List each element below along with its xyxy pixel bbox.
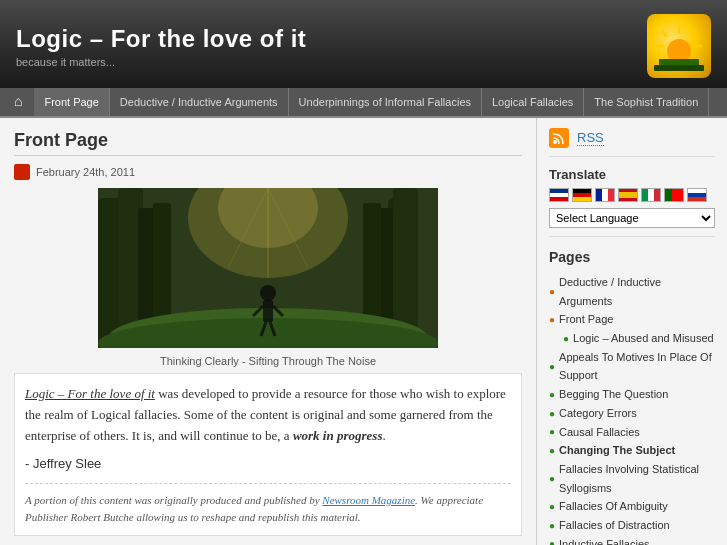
page-link[interactable]: Changing The Subject	[559, 441, 675, 460]
language-select[interactable]: Select Language	[549, 208, 715, 228]
post-attribution: - Jeffrey Slee	[25, 454, 511, 475]
rss-label[interactable]: RSS	[577, 130, 604, 146]
svg-line-3	[691, 31, 696, 37]
sidebar-page-item: ●Changing The Subject	[549, 441, 715, 460]
svg-rect-7	[654, 65, 704, 71]
main-content: Front Page February 24th, 2011	[0, 118, 537, 545]
rss-icon[interactable]	[549, 128, 569, 148]
page-bullet: ●	[549, 470, 555, 487]
page-bullet: ●	[549, 283, 555, 300]
post-body: Logic – For the love of it was developed…	[14, 373, 522, 536]
sidebar-page-item: ●Appeals To Motives In Place Of Support	[549, 348, 715, 385]
translate-flags	[549, 188, 715, 202]
post-image	[98, 188, 438, 348]
site-title-block: Logic – For the love of it because it ma…	[16, 25, 306, 68]
rss-widget: RSS	[549, 128, 715, 157]
page-bullet: ●	[549, 535, 555, 545]
post-disclaimer: A portion of this content was originally…	[25, 483, 511, 525]
svg-rect-22	[263, 300, 273, 322]
page-bullet: ●	[549, 358, 555, 375]
nav-item-logical-fallacies[interactable]: Logical Fallacies	[482, 88, 584, 116]
page-link[interactable]: Inductive Fallacies	[559, 535, 650, 545]
post-image-svg	[98, 188, 438, 348]
page-bullet: ●	[549, 311, 555, 328]
nav-item-sophist[interactable]: The Sophist Tradition	[584, 88, 709, 116]
page-title: Front Page	[14, 130, 522, 156]
sidebar-page-item: ●Causal Fallacies	[549, 423, 715, 442]
sidebar-page-item: ●Category Errors	[549, 404, 715, 423]
sidebar-page-item: ●Front Page	[549, 310, 715, 329]
page-link[interactable]: Appeals To Motives In Place Of Support	[559, 348, 715, 385]
post-image-caption: Thinking Clearly - Sifting Through The N…	[14, 355, 522, 367]
post-body-text: Logic – For the love of it was developed…	[25, 384, 511, 446]
sidebar-page-item: ●Logic – Abused and Misused	[549, 329, 715, 348]
main-nav: ⌂ Front Page Deductive / Inductive Argum…	[0, 88, 727, 118]
disclaimer-text-1: A portion of this content was originally…	[25, 494, 322, 506]
calendar-icon	[14, 164, 30, 180]
flag-fr[interactable]	[595, 188, 615, 202]
pages-list: ●Deductive / Inductive Arguments●Front P…	[549, 273, 715, 545]
flag-ru[interactable]	[687, 188, 707, 202]
sidebar-page-item: ●Fallacies Involving Statistical Syllogi…	[549, 460, 715, 497]
page-link[interactable]: Causal Fallacies	[559, 423, 640, 442]
sidebar: RSS Translate Select Language Pages ●Ded…	[537, 118, 727, 545]
page-bullet: ●	[549, 517, 555, 534]
svg-point-30	[553, 140, 557, 144]
logo-svg	[654, 21, 704, 71]
page-link[interactable]: Front Page	[559, 310, 613, 329]
page-bullet: ●	[563, 330, 569, 347]
site-logo[interactable]	[647, 14, 711, 78]
page-link[interactable]: Logic – Abused and Misused	[573, 329, 714, 348]
flag-de[interactable]	[572, 188, 592, 202]
newsroom-link[interactable]: Newsroom Magazine	[322, 494, 415, 506]
page-link[interactable]: Begging The Question	[559, 385, 668, 404]
flag-uk[interactable]	[549, 188, 569, 202]
post-image-container: Thinking Clearly - Sifting Through The N…	[14, 188, 522, 367]
sidebar-page-item: ●Begging The Question	[549, 385, 715, 404]
post-body-period: .	[382, 428, 385, 443]
flag-es[interactable]	[618, 188, 638, 202]
sidebar-page-item: ●Deductive / Inductive Arguments	[549, 273, 715, 310]
home-nav-button[interactable]: ⌂	[8, 94, 28, 110]
page-bullet: ●	[549, 423, 555, 440]
site-header: Logic – For the love of it because it ma…	[0, 0, 727, 88]
svg-line-2	[662, 31, 667, 37]
pages-heading: Pages	[549, 249, 715, 265]
flag-pt[interactable]	[664, 188, 684, 202]
translate-heading: Translate	[549, 167, 715, 182]
page-bullet: ●	[549, 442, 555, 459]
nav-item-deductive[interactable]: Deductive / Inductive Arguments	[110, 88, 289, 116]
page-bullet: ●	[549, 386, 555, 403]
page-bullet: ●	[549, 498, 555, 515]
svg-point-21	[260, 285, 276, 301]
sidebar-page-item: ●Fallacies of Distraction	[549, 516, 715, 535]
nav-item-frontpage[interactable]: Front Page	[34, 88, 109, 116]
flag-it[interactable]	[641, 188, 661, 202]
rss-svg	[552, 131, 566, 145]
page-link[interactable]: Category Errors	[559, 404, 637, 423]
page-link[interactable]: Deductive / Inductive Arguments	[559, 273, 715, 310]
page-layout: Front Page February 24th, 2011	[0, 118, 727, 545]
page-link[interactable]: Fallacies Involving Statistical Syllogis…	[559, 460, 715, 497]
site-link[interactable]: Logic – For the love of it	[25, 386, 155, 401]
site-title: Logic – For the love of it	[16, 25, 306, 53]
site-tagline: because it matters...	[16, 56, 306, 68]
translate-widget: Translate Select Language	[549, 167, 715, 237]
sidebar-page-item: ●Fallacies Of Ambiguity	[549, 497, 715, 516]
work-in-progress-text: work in progress	[293, 428, 383, 443]
sidebar-page-item: ●Inductive Fallacies	[549, 535, 715, 545]
page-link[interactable]: Fallacies Of Ambiguity	[559, 497, 668, 516]
page-link[interactable]: Fallacies of Distraction	[559, 516, 670, 535]
post-date: February 24th, 2011	[14, 164, 522, 180]
page-bullet: ●	[549, 405, 555, 422]
nav-item-underpinnings[interactable]: Underpinnings of Informal Fallacies	[289, 88, 482, 116]
pages-widget: Pages ●Deductive / Inductive Arguments●F…	[549, 249, 715, 545]
